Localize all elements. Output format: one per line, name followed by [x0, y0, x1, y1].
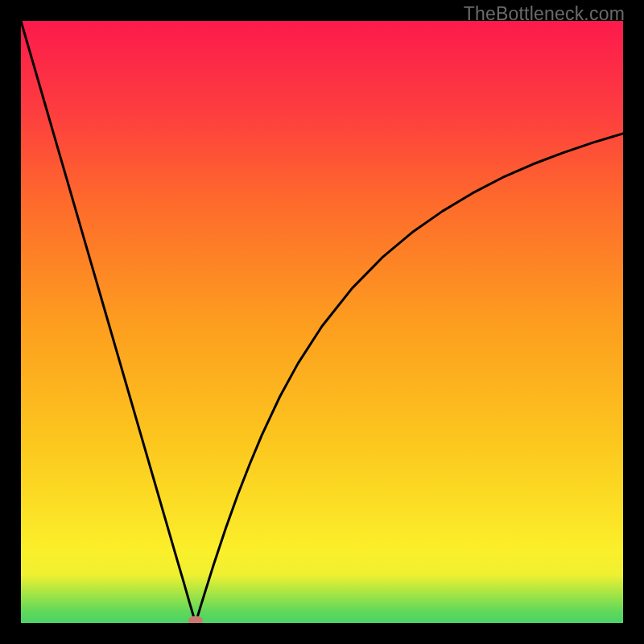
plot-area	[21, 21, 623, 623]
watermark: TheBottleneck.com	[464, 3, 625, 25]
gradient-background	[21, 21, 623, 623]
chart-frame: TheBottleneck.com	[0, 0, 644, 644]
chart-svg	[21, 21, 623, 623]
